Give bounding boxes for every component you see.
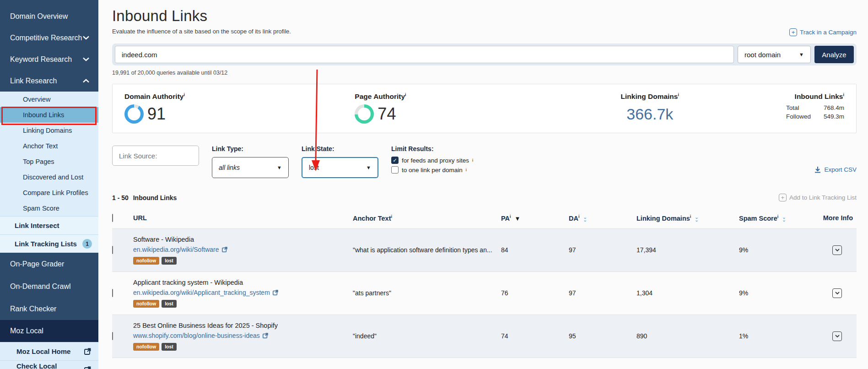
metric-value: 74 [377, 104, 396, 124]
sidebar-item-spam-score[interactable]: Spam Score [0, 201, 98, 216]
chevron-down-icon: ▼ [277, 165, 282, 170]
domain-authority-donut [124, 104, 144, 124]
sidebar-item-link-tracking-lists[interactable]: Link Tracking Lists 1 [0, 234, 98, 253]
sidebar-item-overview[interactable]: Overview [0, 92, 98, 107]
link-url[interactable]: en.wikipedia.org/wiki/Applicant_tracking… [133, 289, 278, 296]
add-to-link-tracking-list-button[interactable]: + Add to Link Tracking List [779, 194, 857, 201]
sidebar-item-check-local-presence[interactable]: Check Local Presence [0, 360, 98, 369]
row-checkbox[interactable] [112, 246, 113, 254]
analyze-button[interactable]: Analyze [814, 46, 854, 63]
info-icon[interactable]: i [405, 92, 406, 97]
info-icon[interactable]: i [183, 92, 185, 97]
limit-results-filter: Limit Results: ✓ for feeds and proxy sit… [391, 145, 473, 174]
link-title: Software - Wikipedia [133, 236, 351, 243]
column-header-pa[interactable]: PAi▼ [501, 208, 569, 228]
checkbox-checked-icon[interactable]: ✓ [391, 157, 399, 164]
sidebar-item-on-demand-crawl[interactable]: On-Demand Crawl [0, 275, 98, 298]
sidebar-item-domain-overview[interactable]: Domain Overview [0, 5, 98, 27]
info-icon[interactable]: i [777, 214, 779, 219]
link-type-filter: Link Type: all links ▼ [212, 145, 289, 178]
more-info-button[interactable] [832, 288, 842, 298]
main-content: Inbound Links Evaluate the influence of … [98, 0, 868, 369]
chevron-down-icon [83, 36, 89, 40]
sidebar-item-anchor-text[interactable]: Anchor Text [0, 138, 98, 154]
track-in-campaign-link[interactable]: + Track in a Campaign [789, 28, 857, 36]
column-header-spam-score[interactable]: Spam Scorei⌄⌄ [739, 208, 814, 228]
link-url[interactable]: en.wikipedia.org/wiki/Software [133, 246, 227, 253]
query-quota-text: 19,991 of 20,000 queries available until… [112, 70, 857, 76]
nofollow-badge: nofollow [133, 257, 159, 265]
metric-value: 366.7k [626, 105, 673, 123]
link-type-label: Link Type: [212, 145, 289, 152]
info-icon[interactable]: i [466, 168, 467, 172]
sidebar-item-link-intersect[interactable]: Link Intersect [0, 216, 98, 234]
sidebar-item-rank-checker[interactable]: Rank Checker [0, 298, 98, 320]
da-value: 95 [569, 315, 636, 358]
external-link-icon [263, 333, 268, 338]
checkbox-feeds-proxy[interactable]: ✓ for feeds and proxy sitesi [391, 157, 473, 164]
sidebar-section-secondary: Link Intersect Link Tracking Lists 1 [0, 216, 98, 253]
linking-domains-value: 17,394 [636, 228, 739, 271]
sidebar-item-moz-local-home[interactable]: Moz Local Home [0, 342, 98, 360]
link-type-select[interactable]: all links ▼ [212, 157, 289, 178]
download-icon [814, 166, 821, 173]
link-research-submenu: Overview Inbound Links Linking Domains A… [0, 92, 98, 216]
column-header-linking-domains[interactable]: Linking Domainsi⌄⌄ [636, 208, 739, 228]
sort-icon[interactable]: ⌄⌄ [782, 216, 786, 222]
info-icon[interactable]: i [578, 214, 580, 219]
sort-icon[interactable]: ⌄⌄ [695, 216, 698, 222]
checkbox-unchecked-icon[interactable] [391, 166, 399, 174]
metric-label: Page Authority [355, 92, 405, 100]
select-all-checkbox[interactable] [112, 214, 113, 222]
range-label: Inbound Links [133, 194, 177, 201]
sidebar-item-competitive-research[interactable]: Competitive Research [0, 27, 98, 49]
link-state-value: lost [309, 164, 319, 171]
info-icon[interactable]: i [391, 214, 393, 219]
column-header-anchor-text[interactable]: Anchor Texti [353, 208, 501, 228]
search-input[interactable] [115, 46, 734, 63]
sidebar-item-on-page-grader[interactable]: On-Page Grader [0, 253, 98, 275]
external-link-icon [84, 348, 91, 355]
total-value: 768.4m [824, 104, 844, 111]
sort-icon[interactable]: ⌄⌄ [583, 216, 587, 222]
scope-select[interactable]: root domain ▼ [738, 46, 811, 63]
linking-domains-value: 1,304 [636, 271, 739, 315]
sidebar-item-top-pages[interactable]: Top Pages [0, 154, 98, 169]
spam-score-value: 9% [739, 271, 814, 315]
sort-desc-icon[interactable]: ▼ [515, 215, 521, 222]
sidebar-item-linking-domains[interactable]: Linking Domains [0, 123, 98, 138]
info-icon[interactable]: i [843, 92, 844, 97]
sidebar-item-moz-local[interactable]: Moz Local [0, 320, 98, 342]
row-checkbox[interactable] [112, 289, 113, 297]
chevron-down-icon [83, 57, 89, 61]
page-title: Inbound Links [112, 7, 291, 25]
info-icon[interactable]: i [690, 214, 691, 219]
sidebar-item-compare-link-profiles[interactable]: Compare Link Profiles [0, 185, 98, 201]
checkbox-one-link-per-domain[interactable]: to one link per domaini [391, 166, 473, 174]
sidebar-item-label: Keyword Research [10, 55, 72, 64]
sidebar-item-label: Competitive Research [10, 34, 82, 42]
more-info-button[interactable] [832, 331, 842, 341]
pa-value: 74 [501, 315, 569, 358]
row-checkbox[interactable] [112, 332, 113, 340]
more-info-button[interactable] [832, 245, 842, 255]
sidebar-item-discovered-and-lost[interactable]: Discovered and Lost [0, 169, 98, 185]
link-url[interactable]: www.shopify.com/blog/online-business-ide… [133, 332, 268, 339]
info-icon[interactable]: i [510, 214, 511, 219]
info-icon[interactable]: i [472, 158, 473, 163]
link-state-select[interactable]: lost ▼ [302, 157, 378, 178]
nofollow-badge: nofollow [133, 343, 159, 351]
plus-box-icon: + [789, 28, 797, 36]
results-range: 1 - 50 Inbound Links [112, 194, 177, 201]
anchor-text: "what is application software definition… [353, 228, 501, 271]
export-csv-button[interactable]: Export CSV [814, 166, 857, 173]
column-header-da[interactable]: DAi⌄⌄ [569, 208, 636, 228]
column-header-url[interactable]: URL [133, 208, 353, 228]
sidebar-item-link-research[interactable]: Link Research [0, 70, 98, 92]
info-icon[interactable]: i [678, 92, 679, 97]
sidebar-item-keyword-research[interactable]: Keyword Research [0, 49, 98, 70]
sidebar-item-inbound-links[interactable]: Inbound Links [0, 107, 98, 123]
link-source-input[interactable] [112, 146, 199, 166]
checkbox-label: for feeds and proxy sites [402, 157, 469, 164]
external-link-icon [273, 290, 278, 295]
